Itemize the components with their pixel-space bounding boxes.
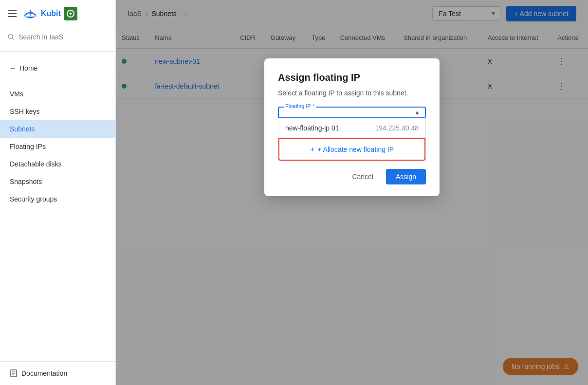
documentation-label: Documentation xyxy=(21,369,67,377)
floating-ip-option-address: 194.225.40.48 xyxy=(375,124,419,132)
sidebar-item-subnets-label: Subnets xyxy=(10,125,35,133)
modal-actions: Cancel Assign xyxy=(278,169,426,184)
sidebar-item-detachable-disks-label: Detachable disks xyxy=(10,160,62,168)
floating-ip-option-name: new-floating-ip 01 xyxy=(285,124,339,132)
sidebar-item-security-groups[interactable]: Security groups xyxy=(0,190,115,208)
logo-text: Kubit xyxy=(41,9,61,18)
sidebar-nav: ← Home VMs SSH keys Subnets Floating IPs… xyxy=(0,55,115,361)
floating-ip-select-wrapper[interactable]: Floating IP * ▲ new-floating-ip 01 194.2… xyxy=(278,107,426,161)
main-content: IaaS › Subnets ☆ Fa Test + Add new subne… xyxy=(116,0,588,385)
arrow-left-icon: ← xyxy=(10,64,17,72)
sidebar-item-home-label: Home xyxy=(19,64,37,72)
sidebar-item-documentation[interactable]: Documentation xyxy=(10,369,106,377)
secondary-logo-icon xyxy=(64,7,77,20)
floating-ip-option[interactable]: new-floating-ip 01 194.225.40.48 xyxy=(278,118,425,138)
modal-subtitle: Select a floating IP to assign to this s… xyxy=(278,89,426,97)
svg-line-3 xyxy=(12,38,14,39)
search-input[interactable] xyxy=(18,33,108,41)
sidebar-footer: Documentation xyxy=(0,361,115,385)
sidebar-item-ssh-keys[interactable]: SSH keys xyxy=(0,103,115,120)
sidebar-item-snapshots-label: Snapshots xyxy=(10,178,42,185)
sidebar-item-detachable-disks[interactable]: Detachable disks xyxy=(0,155,115,173)
floating-ip-dropdown: new-floating-ip 01 194.225.40.48 + + All… xyxy=(278,118,426,161)
sidebar-item-ssh-keys-label: SSH keys xyxy=(10,108,39,115)
plus-icon: + xyxy=(310,145,314,154)
assign-floating-ip-modal: Assign floating IP Select a floating IP … xyxy=(264,58,440,196)
sidebar-item-snapshots[interactable]: Snapshots xyxy=(0,173,115,190)
kubit-logo-icon xyxy=(22,8,38,19)
chevron-up-icon: ▲ xyxy=(414,109,420,116)
allocate-new-floating-ip-button[interactable]: + + Allocate new floating IP xyxy=(278,138,425,161)
allocate-label: + Allocate new floating IP xyxy=(317,146,394,153)
floating-ip-field[interactable]: Floating IP * ▲ xyxy=(278,107,426,118)
sidebar-item-floating-ips[interactable]: Floating IPs xyxy=(0,138,115,155)
search-icon xyxy=(8,33,15,41)
cancel-button[interactable]: Cancel xyxy=(344,169,381,184)
logo-area: Kubit xyxy=(22,7,77,20)
modal-title: Assign floating IP xyxy=(278,72,426,83)
modal-overlay[interactable]: Assign floating IP Select a floating IP … xyxy=(116,0,588,385)
hamburger-menu-icon[interactable] xyxy=(8,10,17,17)
sidebar-item-vms-label: VMs xyxy=(10,90,23,98)
sidebar: Kubit ← Home VMs xyxy=(0,0,116,385)
sidebar-item-vms[interactable]: VMs xyxy=(0,85,115,103)
sidebar-item-security-groups-label: Security groups xyxy=(10,195,57,203)
svg-point-2 xyxy=(8,34,13,38)
assign-button[interactable]: Assign xyxy=(386,169,426,184)
floating-ip-field-label: Floating IP * xyxy=(284,103,316,109)
sidebar-header: Kubit xyxy=(0,0,115,27)
sidebar-item-home[interactable]: ← Home xyxy=(0,59,115,77)
sidebar-search-area xyxy=(0,27,115,47)
sidebar-item-subnets[interactable]: Subnets xyxy=(0,120,115,138)
doc-icon xyxy=(10,369,18,377)
sidebar-item-floating-ips-label: Floating IPs xyxy=(10,143,46,150)
